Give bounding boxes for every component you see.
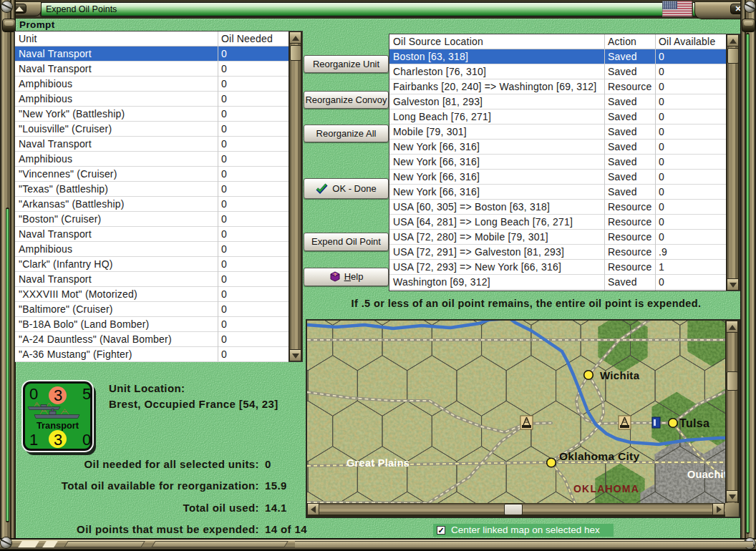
svg-text:Tulsa: Tulsa — [679, 417, 709, 429]
svg-text:Oklahoma City: Oklahoma City — [559, 450, 640, 462]
svg-text:OKLAHOMA: OKLAHOMA — [573, 483, 639, 494]
svg-text:Wichita: Wichita — [600, 369, 640, 381]
svg-text:Ouachita: Ouachita — [687, 469, 725, 480]
svg-text:?: ? — [334, 273, 336, 277]
